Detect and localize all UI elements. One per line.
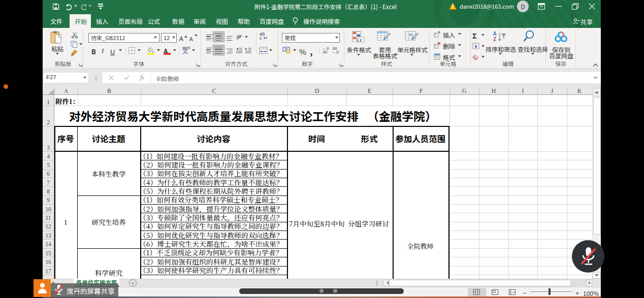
svg-text:Z: Z <box>493 35 496 43</box>
svg-text:≠: ≠ <box>360 37 362 43</box>
svg-text:ab: ab <box>236 34 241 39</box>
